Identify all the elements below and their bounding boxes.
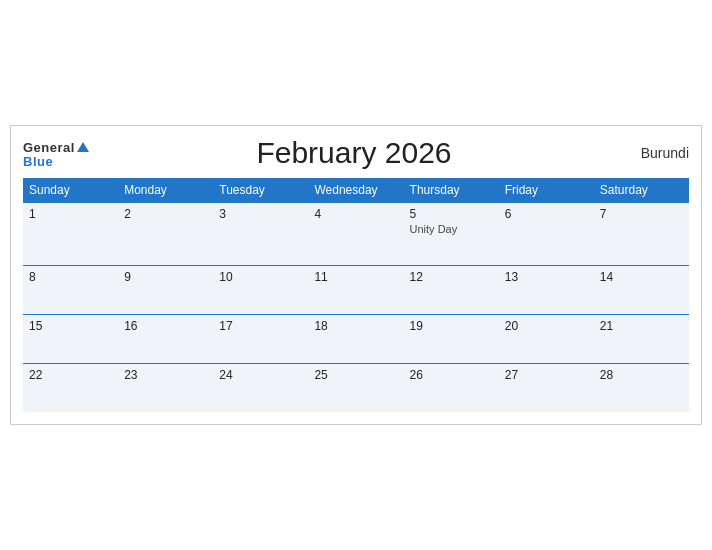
- table-row: 9: [118, 266, 213, 315]
- calendar-table: Sunday Monday Tuesday Wednesday Thursday…: [23, 178, 689, 412]
- table-row: 4: [308, 203, 403, 266]
- calendar-week-row: 15161718192021: [23, 315, 689, 364]
- table-row: 25: [308, 364, 403, 413]
- table-row: 14: [594, 266, 689, 315]
- day-number: 18: [314, 319, 397, 333]
- table-row: 23: [118, 364, 213, 413]
- day-number: 13: [505, 270, 588, 284]
- logo-triangle-icon: [77, 142, 89, 152]
- day-number: 19: [410, 319, 493, 333]
- table-row: 5Unity Day: [404, 203, 499, 266]
- logo-blue-text: Blue: [23, 155, 89, 168]
- table-row: 11: [308, 266, 403, 315]
- table-row: 20: [499, 315, 594, 364]
- calendar-week-row: 22232425262728: [23, 364, 689, 413]
- day-number: 23: [124, 368, 207, 382]
- calendar-title: February 2026: [89, 136, 619, 170]
- day-number: 24: [219, 368, 302, 382]
- table-row: 27: [499, 364, 594, 413]
- table-row: 10: [213, 266, 308, 315]
- day-number: 14: [600, 270, 683, 284]
- table-row: 1: [23, 203, 118, 266]
- day-number: 2: [124, 207, 207, 221]
- table-row: 17: [213, 315, 308, 364]
- table-row: 8: [23, 266, 118, 315]
- header-friday: Friday: [499, 178, 594, 203]
- header-wednesday: Wednesday: [308, 178, 403, 203]
- logo-general-text: General: [23, 139, 89, 155]
- table-row: 6: [499, 203, 594, 266]
- table-row: 19: [404, 315, 499, 364]
- calendar-country: Burundi: [619, 145, 689, 161]
- table-row: 7: [594, 203, 689, 266]
- day-number: 3: [219, 207, 302, 221]
- table-row: 3: [213, 203, 308, 266]
- header-tuesday: Tuesday: [213, 178, 308, 203]
- day-number: 12: [410, 270, 493, 284]
- day-number: 25: [314, 368, 397, 382]
- logo: General Blue: [23, 139, 89, 168]
- day-number: 6: [505, 207, 588, 221]
- day-number: 5: [410, 207, 493, 221]
- table-row: 21: [594, 315, 689, 364]
- calendar-week-row: 891011121314: [23, 266, 689, 315]
- header-sunday: Sunday: [23, 178, 118, 203]
- table-row: 16: [118, 315, 213, 364]
- table-row: 13: [499, 266, 594, 315]
- table-row: 18: [308, 315, 403, 364]
- day-number: 26: [410, 368, 493, 382]
- day-number: 10: [219, 270, 302, 284]
- header-thursday: Thursday: [404, 178, 499, 203]
- day-number: 15: [29, 319, 112, 333]
- header-saturday: Saturday: [594, 178, 689, 203]
- header-monday: Monday: [118, 178, 213, 203]
- table-row: 24: [213, 364, 308, 413]
- day-number: 1: [29, 207, 112, 221]
- day-number: 11: [314, 270, 397, 284]
- day-number: 9: [124, 270, 207, 284]
- calendar-week-row: 12345Unity Day67: [23, 203, 689, 266]
- day-number: 8: [29, 270, 112, 284]
- calendar-header: General Blue February 2026 Burundi: [23, 136, 689, 170]
- day-number: 17: [219, 319, 302, 333]
- day-number: 21: [600, 319, 683, 333]
- table-row: 2: [118, 203, 213, 266]
- table-row: 15: [23, 315, 118, 364]
- table-row: 26: [404, 364, 499, 413]
- event-label: Unity Day: [410, 223, 493, 235]
- day-number: 27: [505, 368, 588, 382]
- weekday-header-row: Sunday Monday Tuesday Wednesday Thursday…: [23, 178, 689, 203]
- table-row: 22: [23, 364, 118, 413]
- day-number: 20: [505, 319, 588, 333]
- table-row: 28: [594, 364, 689, 413]
- day-number: 7: [600, 207, 683, 221]
- day-number: 4: [314, 207, 397, 221]
- day-number: 16: [124, 319, 207, 333]
- table-row: 12: [404, 266, 499, 315]
- day-number: 28: [600, 368, 683, 382]
- calendar: General Blue February 2026 Burundi Sunda…: [10, 125, 702, 425]
- day-number: 22: [29, 368, 112, 382]
